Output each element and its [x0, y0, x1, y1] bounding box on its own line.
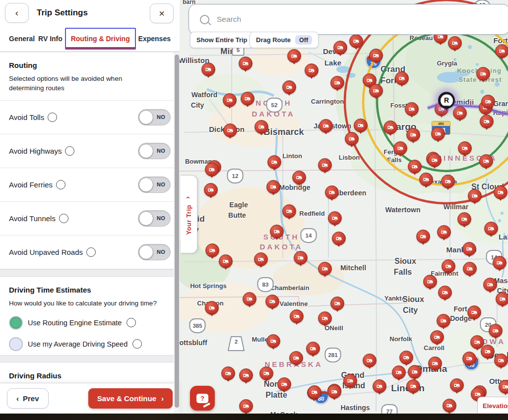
help-icon[interactable]: [86, 247, 96, 257]
tab-rv-info[interactable]: RV Info: [37, 28, 64, 50]
rv-campground-marker[interactable]: [458, 141, 472, 155]
rv-campground-marker[interactable]: [243, 292, 256, 306]
rv-campground-marker[interactable]: [241, 92, 254, 106]
rv-campground-marker[interactable]: [205, 301, 219, 315]
rv-campground-marker[interactable]: [408, 365, 422, 379]
rv-campground-marker[interactable]: [204, 183, 218, 197]
rv-campground-marker[interactable]: [294, 251, 308, 265]
rv-campground-marker[interactable]: [319, 119, 333, 133]
rv-campground-marker[interactable]: [369, 49, 383, 62]
rv-campground-marker[interactable]: [205, 163, 219, 177]
rv-campground-marker[interactable]: [223, 93, 237, 107]
rv-campground-marker[interactable]: [345, 132, 359, 146]
rv-campground-marker[interactable]: [406, 379, 420, 393]
help-icon[interactable]: [56, 180, 65, 189]
rv-campground-marker[interactable]: [265, 295, 279, 308]
rv-campground-marker[interactable]: [318, 158, 332, 172]
rv-campground-marker[interactable]: [483, 278, 497, 292]
avoid-tolls-toggle[interactable]: NO: [138, 109, 171, 125]
rv-campground-marker[interactable]: [219, 254, 233, 268]
rv-campground-marker[interactable]: [495, 44, 508, 58]
rv-campground-marker[interactable]: [330, 297, 344, 310]
rv-campground-marker[interactable]: [453, 106, 467, 120]
rv-campground-marker[interactable]: [369, 84, 383, 98]
help-icon[interactable]: [127, 318, 136, 327]
rv-campground-marker[interactable]: [430, 330, 444, 344]
rv-campground-marker[interactable]: [305, 63, 318, 77]
rv-campground-marker[interactable]: [259, 366, 273, 380]
close-button[interactable]: ×: [150, 3, 174, 23]
rv-campground-marker[interactable]: [205, 243, 219, 257]
prev-button[interactable]: ‹ Prev: [7, 388, 49, 409]
rv-campground-marker[interactable]: [270, 225, 284, 239]
rv-campground-marker[interactable]: [395, 71, 409, 85]
rv-campground-marker[interactable]: [496, 292, 508, 306]
rv-campground-marker[interactable]: [428, 357, 442, 370]
show-entire-trip-button[interactable]: Show Entire Trip: [190, 32, 254, 48]
tab-routing-driving[interactable]: Routing & Driving: [65, 28, 136, 50]
rv-campground-marker[interactable]: [354, 119, 368, 132]
rv-campground-marker[interactable]: [408, 160, 422, 174]
rv-campground-marker[interactable]: [290, 309, 304, 323]
help-icon[interactable]: [65, 146, 74, 156]
rv-campground-marker[interactable]: [419, 173, 433, 186]
help-icon[interactable]: [132, 339, 142, 349]
help-chat-button[interactable]: ?: [190, 386, 215, 411]
rv-campground-marker[interactable]: [431, 127, 445, 141]
rv-campground-marker[interactable]: [328, 211, 342, 225]
rv-campground-marker[interactable]: [494, 354, 508, 367]
rv-campground-marker[interactable]: [318, 311, 332, 325]
avoid-ferries-toggle[interactable]: NO: [138, 177, 171, 193]
rv-campground-marker[interactable]: [239, 57, 253, 70]
rv-campground-marker[interactable]: [267, 155, 281, 169]
rv-campground-marker[interactable]: [468, 189, 482, 203]
rv-campground-marker[interactable]: [494, 185, 508, 199]
rv-campground-marker[interactable]: [282, 204, 296, 218]
rv-campground-marker[interactable]: [442, 259, 455, 273]
rv-campground-marker[interactable]: [450, 378, 464, 392]
rv-campground-marker[interactable]: [306, 342, 320, 356]
avoid-highways-toggle[interactable]: NO: [138, 143, 171, 159]
rv-campground-marker[interactable]: [223, 123, 237, 137]
rv-campground-marker[interactable]: [373, 379, 386, 393]
rv-campground-marker[interactable]: [363, 354, 377, 367]
rv-campground-marker[interactable]: [289, 351, 303, 365]
rv-campground-marker[interactable]: [438, 286, 452, 300]
rv-campground-marker[interactable]: [221, 366, 235, 380]
rv-campground-marker[interactable]: [467, 305, 481, 319]
back-button[interactable]: ‹: [5, 3, 29, 23]
panel-scrollbar[interactable]: [174, 52, 180, 414]
rv-campground-marker[interactable]: [443, 399, 456, 413]
rv-campground-marker[interactable]: [239, 368, 253, 382]
rv-campground-marker[interactable]: [437, 225, 451, 239]
rv-campground-marker[interactable]: [333, 41, 347, 55]
rv-campground-marker[interactable]: [428, 153, 442, 167]
destination-r-pin[interactable]: R: [438, 92, 455, 109]
rv-campground-marker[interactable]: [484, 222, 498, 236]
rv-campground-marker[interactable]: [393, 141, 407, 155]
rv-campground-marker[interactable]: [383, 120, 397, 134]
map-canvas[interactable]: barnMountainMinotDevilsLakeWillistonRose…: [180, 0, 508, 414]
rv-campground-marker[interactable]: [392, 365, 406, 379]
rv-campground-marker[interactable]: [480, 115, 494, 128]
rv-campground-marker[interactable]: [399, 351, 413, 364]
drag-route-toggle-button[interactable]: Drag Route Off: [250, 32, 318, 48]
rv-campground-marker[interactable]: [325, 185, 339, 199]
rv-campground-marker[interactable]: [330, 76, 344, 90]
save-continue-button[interactable]: Save & Continue ›: [88, 388, 173, 409]
rv-campground-marker[interactable]: [201, 62, 215, 76]
elevation-panel[interactable]: Elevation: [477, 397, 508, 414]
avoid-tunnels-toggle[interactable]: NO: [138, 210, 171, 227]
help-icon[interactable]: [48, 113, 57, 122]
rv-campground-marker[interactable]: [266, 334, 280, 348]
avoid-unpaved-roads-toggle[interactable]: NO: [138, 244, 171, 260]
rv-campground-marker[interactable]: [493, 256, 507, 270]
rv-campground-marker[interactable]: [254, 120, 268, 134]
rv-campground-marker[interactable]: [287, 49, 301, 63]
rv-campground-marker[interactable]: [457, 212, 471, 226]
radio-selected[interactable]: [9, 316, 23, 330]
rv-campground-marker[interactable]: [462, 242, 476, 256]
rv-campground-marker[interactable]: [327, 385, 341, 399]
rv-campground-marker[interactable]: [277, 377, 291, 391]
rv-campground-marker[interactable]: [448, 36, 462, 50]
